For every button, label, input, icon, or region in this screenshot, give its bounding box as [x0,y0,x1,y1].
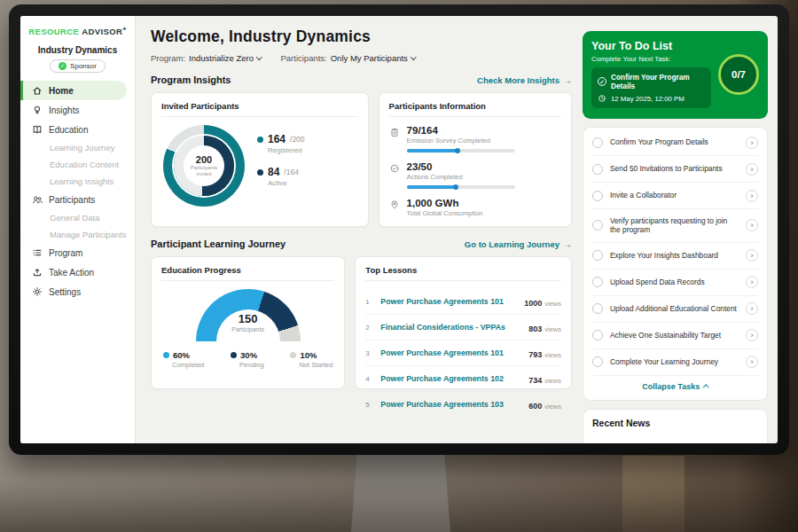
sponsor-label: Sponsor [70,62,97,70]
lesson-link[interactable]: Power Purchase Agreements 101 [380,348,522,357]
sidebar-item-education[interactable]: Education [20,120,135,139]
chevron-right-icon[interactable]: › [746,356,758,368]
sidebar-item-learning-journey[interactable]: Learning Journey [20,139,135,156]
nav-label: General Data [50,213,100,223]
lesson-row: 5 Power Purchase Agreements 103 600views [365,392,561,417]
progress-fill [407,149,459,153]
task-checkbox[interactable] [592,330,603,340]
people-icon [31,194,43,205]
todo-summary-card: Your To Do List Complete Your Next Task:… [583,31,768,119]
logo-advisor: ADVISOR [82,27,122,36]
legend-value: 164 [268,133,286,145]
education-gauge-chart: 150 Participants [196,289,301,342]
lesson-views: 803 [528,325,542,333]
chevron-right-icon[interactable]: › [746,329,758,341]
sidebar-item-take-action[interactable]: Take Action [20,262,135,282]
legend-item-pending: 30% Pending [231,350,264,369]
logo-plus: + [122,26,127,32]
legend-total: /164 [284,168,299,176]
nav-label: Learning Insights [50,176,113,186]
task-checkbox[interactable] [592,191,603,201]
task-item[interactable]: Upload Additional Educational Content › [592,296,758,323]
sidebar-item-learning-insights[interactable]: Learning Insights [20,173,135,190]
next-task-box[interactable]: ✓ Confirm Your Program Details 12 May 20… [591,67,711,108]
lesson-link[interactable]: Financial Considerations - VPPAs [380,323,522,332]
task-label: Confirm Your Program Details [610,137,739,147]
legend-dot-gray [290,352,296,358]
card-title: Participants Information [389,101,561,117]
task-item[interactable]: Upload Spend Data Records › [592,270,758,296]
collapse-tasks-link[interactable]: Collapse Tasks [592,376,758,398]
sidebar-item-program[interactable]: Program [20,243,135,262]
task-checkbox[interactable] [592,137,603,148]
section-title-program-insights: Program Insights [151,74,231,85]
stat-global-consumption: 1,000 GWh Total Global Consumption [389,198,561,217]
recent-news-title: Recent News [592,418,758,428]
chevron-right-icon[interactable]: › [746,276,758,288]
top-lessons-card: Top Lessons 1 Power Purchase Agreements … [355,256,572,389]
lesson-link[interactable]: Power Purchase Agreements 103 [380,400,522,409]
stat-value: 79/164 [407,125,515,136]
sidebar-item-insights[interactable]: Insights [20,100,135,120]
task-checkbox[interactable] [592,277,603,287]
donut-legend: 164 /200 Registered 84 /164 Active [257,133,305,199]
go-to-learning-journey-link[interactable]: Go to Learning Journey → [465,239,572,249]
task-item[interactable]: Complete Your Learning Journey › [592,349,758,376]
chevron-right-icon[interactable]: › [746,219,758,231]
education-progress-card: Education Progress 150 Participants 60% … [151,256,345,389]
chevron-up-icon [703,385,708,390]
task-item[interactable]: Achieve One Sustainability Target › [592,323,758,349]
task-checkbox[interactable] [592,164,603,175]
lesson-link[interactable]: Power Purchase Agreements 101 [380,297,518,306]
task-item[interactable]: Confirm Your Program Details › [592,129,758,156]
sidebar-item-settings[interactable]: Settings [20,282,135,301]
chevron-right-icon[interactable]: › [746,137,758,149]
check-more-insights-link[interactable]: Check More Insights → [477,75,572,85]
lesson-views: 600 [528,402,542,411]
task-checkbox[interactable] [592,356,603,367]
todo-subtitle: Complete Your Next Task: [591,55,711,63]
lesson-views-unit: views [544,300,561,308]
legend-label: Registered [268,146,305,154]
sidebar-item-general-data[interactable]: General Data [20,209,135,226]
lesson-views: 734 [528,376,542,385]
task-checkbox[interactable] [592,250,603,261]
participants-label: Participants: [280,53,326,63]
task-item[interactable]: Invite a Collaborator › [592,183,758,209]
sidebar-item-manage-participants[interactable]: Manage Participants [20,226,135,243]
lesson-row: 3 Power Purchase Agreements 101 793views [365,340,561,366]
check-icon: ✓ [598,77,606,86]
sidebar: RESOURCEADVISOR+ Industry Dynamics ✓ Spo… [20,16,136,443]
lesson-rank: 3 [365,349,374,357]
sidebar-item-education-content[interactable]: Education Content [20,156,135,173]
monitor-bezel: RESOURCEADVISOR+ Industry Dynamics ✓ Spo… [9,4,789,455]
lesson-link[interactable]: Power Purchase Agreements 102 [380,374,522,383]
chevron-right-icon[interactable]: › [746,302,758,315]
lesson-views-unit: views [544,325,561,333]
participants-select[interactable]: Participants: Only My Participants [280,53,415,63]
task-checkbox[interactable] [592,303,603,314]
recent-news-card: Recent News [583,409,768,443]
nav-label: Education [49,125,88,135]
invited-participants-card: Invited Participants 200 Participants In… [151,92,369,227]
nav-label: Manage Participants [50,230,127,239]
legend-label: Completed [172,361,204,369]
chevron-right-icon[interactable]: › [746,249,758,262]
chevron-right-icon[interactable]: › [746,190,758,202]
page-title: Welcome, Industry Dynamics [151,27,572,46]
chevron-right-icon[interactable]: › [746,163,758,176]
task-label: Complete Your Learning Journey [610,357,739,367]
card-title: Invited Participants [161,101,358,117]
sidebar-item-home[interactable]: Home [20,81,127,100]
task-checkbox[interactable] [592,220,603,231]
legend-pct: 60% [173,350,190,360]
task-label: Verify participants requesting to join t… [610,216,739,236]
sidebar-item-participants[interactable]: Participants [20,190,135,209]
stat-emission-survey: 79/164 Emission Survey Completed [389,125,561,153]
task-item[interactable]: Explore Your Insights Dashboard › [592,243,758,270]
nav-label: Education Content [50,160,119,169]
program-select[interactable]: Program: Industrialize Zero [151,53,261,63]
task-item[interactable]: Send 50 Invitations to Participants › [592,156,758,183]
task-list: Confirm Your Program Details › Send 50 I… [583,127,768,401]
task-item[interactable]: Verify participants requesting to join t… [592,209,758,243]
